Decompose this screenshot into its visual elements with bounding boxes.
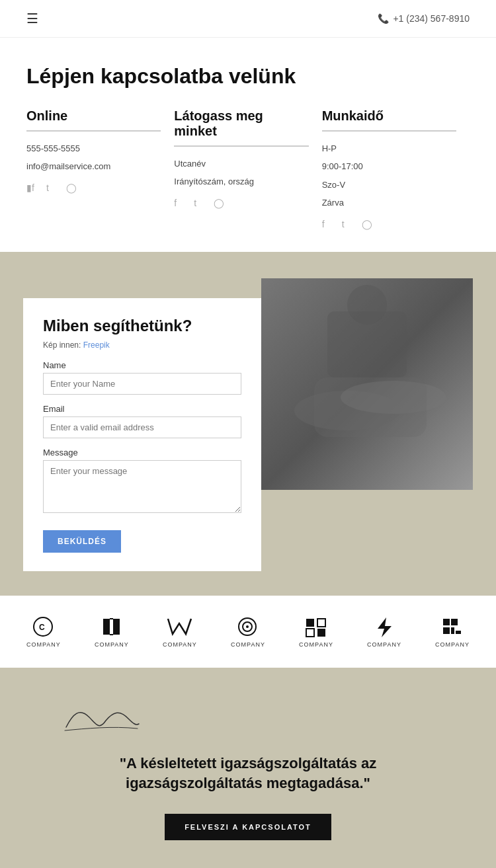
svg-point-6 (347, 285, 387, 325)
logo-item-7: COMPANY (435, 615, 470, 648)
cta-button[interactable]: FELVESZI A KAPCSOLATOT (165, 814, 331, 840)
phone-link[interactable]: 📞 +1 (234) 567-8910 (378, 13, 470, 24)
twitter-icon-2[interactable]: t (194, 198, 207, 211)
logo-icon-4 (233, 615, 263, 639)
hours-hp: H-P (322, 141, 456, 156)
contact-col-visit: Látogass meg minket Utcanév Irányítószám… (174, 108, 321, 232)
street-text: Utcanév (174, 156, 308, 171)
logo-item-6: COMPANY (367, 615, 401, 648)
social-icons-hours: f t ◯ (322, 219, 456, 232)
message-input[interactable] (43, 460, 241, 513)
svg-marker-20 (378, 617, 392, 637)
logo-label-3: COMPANY (163, 641, 197, 648)
svg-rect-10 (113, 619, 120, 635)
logo-icon-1: C (28, 615, 58, 639)
hours-zarva: Zárva (322, 195, 456, 210)
hours-szov: Szo-V (322, 177, 456, 192)
twitter-icon-3[interactable]: t (342, 219, 355, 232)
page-title: Lépjen kapcsolatba velünk (26, 64, 470, 89)
svg-rect-25 (456, 631, 461, 634)
contact-columns: Online 555-555-5555 info@mailservice.com… (26, 108, 470, 232)
handshake-image (261, 278, 473, 490)
svg-rect-19 (317, 629, 325, 637)
instagram-icon[interactable]: ◯ (66, 182, 79, 196)
instagram-icon-3[interactable]: ◯ (362, 219, 375, 232)
logo-item-3: COMPANY (163, 615, 197, 648)
facebook-icon[interactable]: ▮f (26, 182, 40, 196)
hours-time: 9:00-17:00 (322, 159, 456, 174)
contact-col-hours: Munkaidő H-P 9:00-17:00 Szo-V Zárva f t … (322, 108, 470, 232)
logo-item-5: COMPANY (299, 615, 333, 648)
svg-point-15 (246, 625, 249, 628)
logo-label-7: COMPANY (435, 641, 470, 648)
submit-button[interactable]: BEKÜLDÉS (43, 530, 121, 553)
hamburger-menu[interactable]: ☰ (26, 11, 38, 26)
facebook-icon-2[interactable]: f (174, 198, 187, 211)
svg-text:C: C (39, 623, 45, 632)
email-text: info@mailservice.com (26, 159, 161, 174)
email-input[interactable] (43, 416, 241, 438)
svg-rect-22 (451, 619, 458, 625)
logo-label-2: COMPANY (95, 641, 129, 648)
svg-rect-4 (314, 377, 427, 437)
facebook-icon-3[interactable]: f (322, 219, 335, 232)
beige-section: Miben segíthetünk? Kép innen: Freepik Na… (0, 252, 496, 596)
svg-rect-24 (451, 627, 454, 634)
twitter-icon[interactable]: t (46, 182, 60, 196)
contact-section: Lépjen kapcsolatba velünk Online 555-555… (0, 38, 496, 252)
svg-rect-16 (306, 619, 314, 627)
image-credit: Kép innen: Freepik (43, 340, 241, 350)
svg-rect-17 (317, 619, 325, 627)
instagram-icon-2[interactable]: ◯ (214, 198, 227, 211)
svg-rect-23 (443, 627, 450, 634)
logo-label-1: COMPANY (26, 641, 61, 648)
logo-item-4: COMPANY (231, 615, 265, 648)
name-input[interactable] (43, 373, 241, 395)
signature-svg (53, 701, 145, 740)
zipcode-text: Irányítószám, ország (174, 174, 308, 189)
logo-label-5: COMPANY (299, 641, 333, 648)
social-icons-online: ▮f t ◯ (26, 182, 161, 196)
logo-icon-3 (165, 615, 194, 639)
email-label: Email (43, 404, 241, 414)
quote-text: "A késleltetett igazságszolgáltatás az i… (53, 754, 443, 795)
quote-section: "A késleltetett igazságszolgáltatás az i… (0, 668, 496, 868)
form-card: Miben segíthetünk? Kép innen: Freepik Na… (23, 298, 261, 571)
message-field-group: Message (43, 448, 241, 516)
freepik-link[interactable]: Freepik (83, 340, 110, 350)
logo-label-6: COMPANY (367, 641, 401, 648)
logo-label-4: COMPANY (231, 641, 265, 648)
phone-icon: 📞 (378, 13, 389, 24)
logo-item-2: COMPANY (95, 615, 129, 648)
name-label: Name (43, 360, 241, 370)
beige-inner: Miben segíthetünk? Kép innen: Freepik Na… (0, 278, 496, 569)
phone-number: +1 (234) 567-8910 (393, 13, 470, 24)
logo-icon-7 (438, 615, 468, 639)
contact-col-online: Online 555-555-5555 info@mailservice.com… (26, 108, 174, 232)
logo-icon-2 (97, 615, 126, 639)
social-icons-visit: f t ◯ (174, 198, 308, 211)
message-label: Message (43, 448, 241, 457)
col-heading-online: Online (26, 108, 161, 124)
signature (53, 701, 443, 740)
svg-rect-18 (306, 629, 314, 637)
header: ☰ 📞 +1 (234) 567-8910 (0, 0, 496, 38)
svg-rect-21 (443, 619, 450, 625)
phone-text: 555-555-5555 (26, 141, 161, 156)
logos-section: C COMPANY COMPANY COMPANY COMPANY (0, 596, 496, 668)
logo-icon-6 (370, 615, 399, 639)
form-heading: Miben segíthetünk? (43, 317, 241, 335)
name-field-group: Name (43, 360, 241, 395)
email-field-group: Email (43, 404, 241, 438)
col-heading-visit: Látogass meg minket (174, 108, 308, 139)
logo-item-1: C COMPANY (26, 615, 61, 648)
svg-rect-9 (103, 619, 110, 635)
logo-icon-5 (301, 615, 331, 639)
col-heading-hours: Munkaidő (322, 108, 456, 124)
